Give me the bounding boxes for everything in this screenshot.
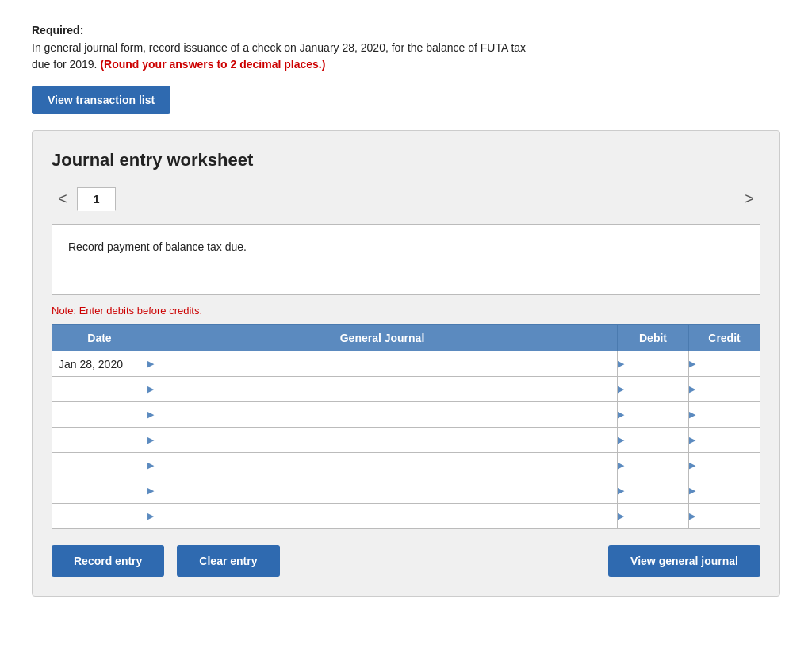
col-header-date: Date xyxy=(52,325,147,351)
journal-cell-1[interactable]: ▶ xyxy=(147,377,618,402)
instructions-highlight: (Round your answers to 2 decimal places.… xyxy=(100,58,325,71)
journal-cell-5[interactable]: ▶ xyxy=(147,478,618,504)
col-header-general-journal: General Journal xyxy=(147,325,618,351)
table-row: ▶▶▶ xyxy=(52,428,760,453)
nav-right-arrow[interactable]: > xyxy=(738,186,760,211)
credit-input-3[interactable] xyxy=(697,431,760,450)
journal-input-1[interactable] xyxy=(155,380,617,399)
credit-input-5[interactable] xyxy=(697,482,760,501)
cell-arrow-debit-1: ▶ xyxy=(618,384,624,394)
debit-input-0[interactable] xyxy=(626,355,688,374)
debit-input-6[interactable] xyxy=(626,507,688,526)
journal-input-6[interactable] xyxy=(155,507,617,526)
worksheet-title: Journal entry worksheet xyxy=(52,150,760,171)
view-transaction-button[interactable]: View transaction list xyxy=(32,86,170,114)
description-box: Record payment of balance tax due. xyxy=(52,224,760,295)
credit-cell-1[interactable]: ▶ xyxy=(689,377,760,402)
credit-cell-0[interactable]: ▶ xyxy=(689,351,760,377)
journal-cell-6[interactable]: ▶ xyxy=(147,504,618,529)
cell-arrow-credit-6: ▶ xyxy=(689,511,695,521)
debit-input-1[interactable] xyxy=(626,380,688,399)
debit-cell-4[interactable]: ▶ xyxy=(618,453,689,478)
credit-input-1[interactable] xyxy=(697,380,760,399)
journal-cell-0[interactable]: ▶ xyxy=(147,351,618,377)
journal-input-5[interactable] xyxy=(155,482,617,501)
date-cell-3 xyxy=(52,428,147,453)
date-cell-4 xyxy=(52,453,147,478)
debit-input-4[interactable] xyxy=(626,456,688,475)
table-row: ▶▶▶ xyxy=(52,504,760,529)
cell-arrow-debit-0: ▶ xyxy=(618,359,624,369)
debit-cell-6[interactable]: ▶ xyxy=(618,504,689,529)
journal-input-0[interactable] xyxy=(155,355,617,374)
date-cell-0: Jan 28, 2020 xyxy=(52,351,147,377)
journal-cell-2[interactable]: ▶ xyxy=(147,402,618,428)
debit-input-5[interactable] xyxy=(626,482,688,501)
journal-table: Date General Journal Debit Credit Jan 28… xyxy=(52,324,760,529)
credit-input-0[interactable] xyxy=(697,355,760,374)
table-header-row: Date General Journal Debit Credit xyxy=(52,325,760,351)
cell-arrow-journal-3: ▶ xyxy=(147,435,154,445)
cell-arrow-credit-0: ▶ xyxy=(689,359,695,369)
credit-input-6[interactable] xyxy=(697,507,760,526)
cell-arrow-journal-5: ▶ xyxy=(147,486,154,496)
cell-arrow-debit-4: ▶ xyxy=(618,460,624,470)
view-general-journal-button[interactable]: View general journal xyxy=(608,545,760,577)
debit-cell-5[interactable]: ▶ xyxy=(618,478,689,504)
required-label: Required: xyxy=(32,24,780,36)
date-cell-6 xyxy=(52,504,147,529)
debit-cell-0[interactable]: ▶ xyxy=(618,351,689,377)
cell-arrow-credit-2: ▶ xyxy=(689,409,695,420)
cell-arrow-credit-1: ▶ xyxy=(689,384,695,394)
instructions-line2: due for 2019. xyxy=(32,58,98,71)
journal-cell-4[interactable]: ▶ xyxy=(147,453,618,478)
credit-cell-5[interactable]: ▶ xyxy=(689,478,760,504)
nav-left-arrow[interactable]: < xyxy=(52,186,74,211)
worksheet-container: Journal entry worksheet < 1 > Record pay… xyxy=(32,130,780,597)
description-text: Record payment of balance tax due. xyxy=(68,240,247,253)
debit-cell-1[interactable]: ▶ xyxy=(618,377,689,402)
journal-input-3[interactable] xyxy=(155,431,617,450)
credit-input-4[interactable] xyxy=(697,456,760,475)
journal-input-2[interactable] xyxy=(155,405,617,424)
cell-arrow-debit-6: ▶ xyxy=(618,511,624,521)
debit-input-3[interactable] xyxy=(626,431,688,450)
journal-cell-3[interactable]: ▶ xyxy=(147,428,618,453)
cell-arrow-journal-6: ▶ xyxy=(147,511,154,521)
record-entry-button[interactable]: Record entry xyxy=(52,545,164,577)
cell-arrow-journal-4: ▶ xyxy=(147,460,154,470)
instructions-line1: In general journal form, record issuance… xyxy=(32,41,526,54)
date-cell-1 xyxy=(52,377,147,402)
cell-arrow-debit-3: ▶ xyxy=(618,435,624,445)
instructions: In general journal form, record issuance… xyxy=(32,40,780,73)
cell-arrow-journal-2: ▶ xyxy=(147,409,154,420)
credit-cell-2[interactable]: ▶ xyxy=(689,402,760,428)
cell-arrow-credit-3: ▶ xyxy=(689,435,695,445)
cell-arrow-credit-4: ▶ xyxy=(689,460,695,470)
debit-cell-2[interactable]: ▶ xyxy=(618,402,689,428)
cell-arrow-debit-5: ▶ xyxy=(618,486,624,496)
cell-arrow-journal-0: ▶ xyxy=(147,359,154,369)
credit-cell-6[interactable]: ▶ xyxy=(689,504,760,529)
table-row: Jan 28, 2020▶▶▶ xyxy=(52,351,760,377)
debit-input-2[interactable] xyxy=(626,405,688,424)
tab-navigation: < 1 > xyxy=(52,186,760,211)
cell-arrow-journal-1: ▶ xyxy=(147,384,154,394)
col-header-credit: Credit xyxy=(689,325,760,351)
debit-cell-3[interactable]: ▶ xyxy=(618,428,689,453)
credit-cell-4[interactable]: ▶ xyxy=(689,453,760,478)
table-row: ▶▶▶ xyxy=(52,478,760,504)
cell-arrow-debit-2: ▶ xyxy=(618,409,624,420)
date-cell-2 xyxy=(52,402,147,428)
clear-entry-button[interactable]: Clear entry xyxy=(177,545,279,577)
table-row: ▶▶▶ xyxy=(52,402,760,428)
cell-arrow-credit-5: ▶ xyxy=(689,486,695,496)
tab-1[interactable]: 1 xyxy=(77,187,117,211)
credit-input-2[interactable] xyxy=(697,405,760,424)
button-row: Record entry Clear entry View general jo… xyxy=(52,545,760,577)
table-row: ▶▶▶ xyxy=(52,453,760,478)
note-text: Note: Enter debits before credits. xyxy=(52,305,760,317)
credit-cell-3[interactable]: ▶ xyxy=(689,428,760,453)
journal-input-4[interactable] xyxy=(155,456,617,475)
date-cell-5 xyxy=(52,478,147,504)
